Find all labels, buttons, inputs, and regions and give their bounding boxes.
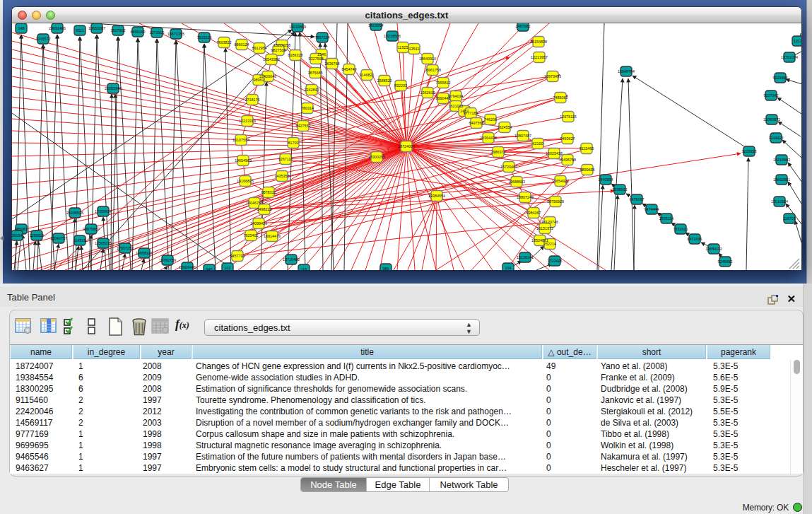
svg-text:15720407: 15720407 <box>500 165 517 169</box>
svg-text:8912954: 8912954 <box>252 46 267 50</box>
svg-text:252214: 252214 <box>543 242 556 246</box>
svg-text:10046768: 10046768 <box>246 201 263 205</box>
svg-text:114519: 114519 <box>73 238 86 243</box>
svg-text:10654112: 10654112 <box>705 247 722 251</box>
svg-text:9321: 9321 <box>76 28 84 33</box>
svg-text:19218506: 19218506 <box>384 34 401 38</box>
svg-text:1527602: 1527602 <box>111 28 126 33</box>
svg-text:16151372: 16151372 <box>536 226 553 230</box>
svg-text:780314: 780314 <box>301 106 314 110</box>
svg-text:9463627: 9463627 <box>560 136 575 141</box>
svg-text:39154: 39154 <box>12 233 23 238</box>
svg-text:1435356: 1435356 <box>275 174 290 178</box>
svg-text:26053346: 26053346 <box>105 86 122 90</box>
svg-text:1212: 1212 <box>794 39 801 43</box>
svg-text:12213319: 12213319 <box>239 119 256 123</box>
svg-text:16120746: 16120746 <box>541 220 558 224</box>
svg-text:7857224: 7857224 <box>315 35 330 40</box>
svg-text:9777169: 9777169 <box>464 111 478 115</box>
svg-text:16154838: 16154838 <box>530 40 547 44</box>
svg-text:18724007: 18724007 <box>398 144 415 148</box>
svg-text:16782759: 16782759 <box>159 258 176 262</box>
svg-text:2636768: 2636768 <box>325 62 340 66</box>
svg-text:81700: 81700 <box>288 141 299 145</box>
svg-text:12975115: 12975115 <box>560 115 577 119</box>
svg-text:19384554: 19384554 <box>428 194 445 198</box>
svg-text:116753: 116753 <box>783 216 796 221</box>
svg-text:9146821: 9146821 <box>360 73 375 77</box>
svg-text:15226058: 15226058 <box>273 43 290 47</box>
svg-text:3267110: 3267110 <box>278 157 293 161</box>
svg-text:10653287: 10653287 <box>88 26 105 30</box>
svg-text:1621022: 1621022 <box>449 104 464 108</box>
svg-text:9227342: 9227342 <box>764 93 779 98</box>
svg-text:7955812: 7955812 <box>436 81 451 85</box>
svg-text:7632621: 7632621 <box>673 227 688 231</box>
svg-text:10688603: 10688603 <box>508 180 525 184</box>
svg-text:9457791: 9457791 <box>230 254 245 258</box>
svg-text:9474444: 9474444 <box>645 207 659 211</box>
svg-text:8471636: 8471636 <box>688 237 702 241</box>
svg-text:832203: 832203 <box>394 83 407 88</box>
svg-text:18640910: 18640910 <box>419 57 436 61</box>
svg-text:13716485: 13716485 <box>283 257 300 262</box>
svg-text:8860124: 8860124 <box>235 42 249 47</box>
svg-text:2487682: 2487682 <box>516 24 531 28</box>
svg-text:1362615: 1362615 <box>420 90 435 95</box>
svg-text:8878312: 8878312 <box>261 190 276 194</box>
svg-text:1588520: 1588520 <box>377 78 392 83</box>
svg-text:3875685: 3875685 <box>308 71 323 75</box>
svg-text:9794034: 9794034 <box>449 94 464 98</box>
svg-text:12923446: 12923446 <box>179 265 196 269</box>
svg-text:1071915: 1071915 <box>150 30 165 35</box>
svg-text:20091406: 20091406 <box>49 26 66 30</box>
svg-text:16210943: 16210943 <box>773 158 790 162</box>
svg-text:6466160: 6466160 <box>131 30 146 34</box>
svg-text:15692901: 15692901 <box>773 177 790 182</box>
svg-text:10807487: 10807487 <box>514 134 531 138</box>
svg-text:16543382: 16543382 <box>263 57 280 62</box>
svg-text:7515526: 7515526 <box>197 35 212 40</box>
svg-text:16033809: 16033809 <box>289 25 306 29</box>
svg-text:148: 148 <box>18 26 25 30</box>
svg-text:30975867: 30975867 <box>83 227 100 231</box>
svg-text:20206526: 20206526 <box>66 211 83 215</box>
svg-text:10958107: 10958107 <box>136 251 153 255</box>
svg-text:18300295: 18300295 <box>368 155 385 159</box>
svg-text:9827509: 9827509 <box>271 48 286 52</box>
svg-text:19654963: 19654963 <box>235 158 252 163</box>
svg-text:12505135: 12505135 <box>95 241 112 245</box>
svg-text:16961758: 16961758 <box>424 68 441 72</box>
svg-text:9384067: 9384067 <box>526 211 541 215</box>
svg-text:17016504: 17016504 <box>771 199 788 204</box>
svg-text:17957253: 17957253 <box>117 246 134 250</box>
svg-text:15136141: 15136141 <box>517 255 534 259</box>
svg-text:8813054: 8813054 <box>369 23 384 28</box>
svg-text:17359924: 17359924 <box>95 209 112 214</box>
svg-text:16648784: 16648784 <box>618 69 635 74</box>
svg-text:98961: 98961 <box>254 78 264 82</box>
svg-text:746206: 746206 <box>484 117 497 122</box>
svg-text:985: 985 <box>383 267 389 270</box>
svg-text:1440954: 1440954 <box>599 177 613 182</box>
svg-text:9329966: 9329966 <box>773 76 788 80</box>
svg-text:118: 118 <box>301 267 307 270</box>
svg-text:1733426: 1733426 <box>548 259 563 263</box>
svg-text:10973493: 10973493 <box>544 74 561 78</box>
svg-text:8454749: 8454749 <box>342 67 357 71</box>
svg-text:945: 945 <box>206 267 213 270</box>
svg-text:2718176: 2718176 <box>245 98 260 102</box>
svg-text:1205572: 1205572 <box>36 37 51 41</box>
svg-text:16914479: 16914479 <box>264 234 281 238</box>
svg-text:202: 202 <box>225 266 231 270</box>
svg-text:12942757: 12942757 <box>50 236 67 240</box>
svg-text:12213957: 12213957 <box>531 55 548 59</box>
svg-text:1498222: 1498222 <box>257 207 272 211</box>
svg-text:19166825: 19166825 <box>237 179 254 183</box>
svg-text:1156829: 1156829 <box>30 233 45 238</box>
svg-text:11325: 11325 <box>398 45 408 49</box>
svg-text:14099459: 14099459 <box>250 221 267 226</box>
svg-text:7625402: 7625402 <box>244 233 259 238</box>
svg-text:18807249: 18807249 <box>517 195 534 199</box>
svg-text:13541: 13541 <box>409 47 420 51</box>
